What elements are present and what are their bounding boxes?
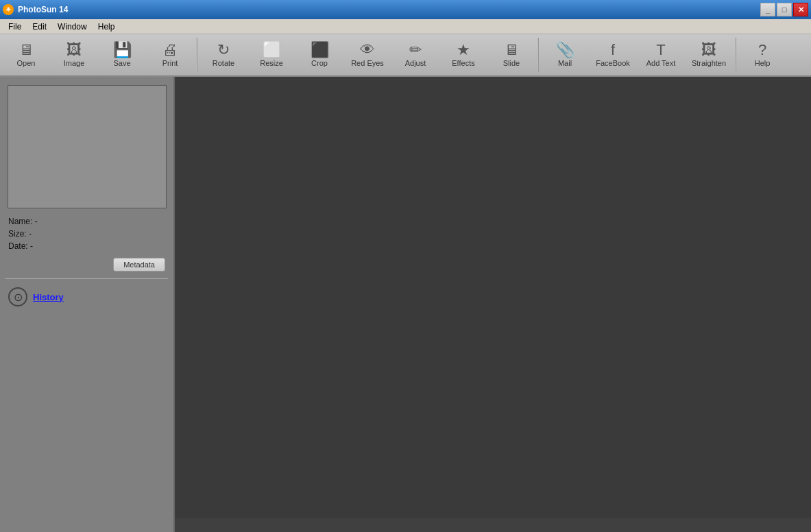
toolbar-straighten-label: Straighten	[692, 59, 726, 67]
toolbar-facebook-label: FaceBook	[596, 59, 630, 67]
toolbar-red-eyes-button[interactable]: 👁Red Eyes	[344, 36, 391, 74]
toolbar-rotate-button[interactable]: ↻Rotate	[200, 36, 247, 74]
name-row: Name: -	[8, 217, 165, 226]
toolbar-image-label: Image	[64, 59, 85, 67]
toolbar-effects-button[interactable]: ★Effects	[440, 36, 487, 74]
toolbar-help-label: Help	[755, 59, 771, 67]
toolbar: 🖥Open🖼Image💾Save🖨Print↻Rotate⬜Resize⬛Cro…	[0, 34, 811, 77]
metadata-button[interactable]: Metadata	[113, 258, 165, 271]
toolbar-rotate-label: Rotate	[213, 59, 234, 67]
title-bar: ☀ PhotoSun 14 _ □ ✕	[0, 0, 811, 19]
mail-icon: 📎	[556, 43, 574, 58]
add-text-icon: T	[656, 43, 665, 58]
menu-bar: FileEditWindowHelp	[0, 19, 811, 34]
straighten-icon: 🖼	[701, 43, 716, 58]
sidebar-divider	[5, 278, 168, 279]
sidebar: Name: - Size: - Date: - Metadata ⊙ Histo…	[0, 77, 175, 532]
menu-help[interactable]: Help	[93, 21, 121, 33]
toolbar-separator	[196, 38, 197, 72]
image-icon: 🖼	[66, 43, 82, 58]
toolbar-help-button[interactable]: ?Help	[739, 36, 786, 74]
size-value: -	[29, 229, 32, 239]
toolbar-add-text-button[interactable]: TAdd Text	[638, 36, 684, 74]
print-icon: 🖨	[162, 43, 178, 58]
toolbar-slide-button[interactable]: 🖥Slide	[488, 36, 535, 74]
canvas-area	[175, 77, 811, 532]
toolbar-mail-label: Mail	[558, 59, 572, 67]
facebook-icon: f	[611, 43, 615, 58]
toolbar-save-label: Save	[113, 59, 130, 67]
toolbar-print-button[interactable]: 🖨Print	[147, 36, 193, 74]
toolbar-add-text-label: Add Text	[646, 59, 676, 67]
toolbar-separator	[735, 38, 736, 72]
red-eyes-icon: 👁	[360, 43, 375, 58]
app-title: PhotoSun 14	[18, 5, 68, 14]
main-content: Name: - Size: - Date: - Metadata ⊙ Histo…	[0, 77, 811, 532]
toolbar-crop-button[interactable]: ⬛Crop	[296, 36, 343, 74]
size-label: Size:	[8, 229, 27, 239]
date-row: Date: -	[8, 241, 165, 251]
app-icon: ☀	[3, 4, 14, 15]
menu-window[interactable]: Window	[52, 21, 93, 33]
toolbar-slide-label: Slide	[503, 59, 520, 67]
slide-icon: 🖥	[504, 43, 519, 58]
rotate-icon: ↻	[217, 43, 230, 58]
adjust-icon: ✏	[409, 43, 422, 58]
preview-area	[8, 85, 167, 208]
toolbar-resize-label: Resize	[260, 59, 283, 67]
name-value: -	[35, 217, 38, 226]
effects-icon: ★	[457, 43, 470, 58]
toolbar-red-eyes-label: Red Eyes	[351, 59, 384, 67]
menu-edit[interactable]: Edit	[27, 21, 52, 33]
toolbar-save-button[interactable]: 💾Save	[99, 36, 145, 74]
menu-file[interactable]: File	[3, 21, 27, 33]
toolbar-adjust-button[interactable]: ✏Adjust	[392, 36, 439, 74]
toolbar-separator	[537, 38, 539, 72]
maximize-button[interactable]: □	[777, 3, 792, 16]
toolbar-mail-button[interactable]: 📎Mail	[542, 36, 588, 74]
name-label: Name:	[8, 217, 32, 226]
date-value: -	[30, 241, 33, 251]
toolbar-print-label: Print	[162, 59, 178, 67]
help-icon: ?	[758, 43, 766, 58]
toolbar-facebook-button[interactable]: fFaceBook	[590, 36, 636, 74]
save-icon: 💾	[113, 43, 132, 58]
toolbar-straighten-button[interactable]: 🖼Straighten	[686, 36, 732, 74]
close-button[interactable]: ✕	[793, 3, 808, 16]
history-label[interactable]: History	[33, 292, 64, 302]
toolbar-open-label: Open	[17, 59, 36, 67]
toolbar-image-button[interactable]: 🖼Image	[51, 36, 97, 74]
date-label: Date:	[8, 241, 28, 251]
metadata-button-wrapper: Metadata	[0, 254, 173, 276]
size-row: Size: -	[8, 229, 165, 239]
file-info: Name: - Size: - Date: -	[0, 214, 173, 254]
title-controls: _ □ ✕	[760, 3, 808, 16]
minimize-button[interactable]: _	[760, 3, 775, 16]
toolbar-open-button[interactable]: 🖥Open	[3, 36, 49, 74]
title-left: ☀ PhotoSun 14	[3, 4, 68, 15]
history-section: ⊙ History	[0, 282, 173, 312]
toolbar-effects-label: Effects	[452, 59, 474, 67]
toolbar-crop-label: Crop	[311, 59, 328, 67]
toolbar-resize-button[interactable]: ⬜Resize	[248, 36, 295, 74]
canvas-inner	[175, 77, 811, 518]
open-icon: 🖥	[19, 43, 34, 58]
resize-icon: ⬜	[263, 43, 281, 58]
crop-icon: ⬛	[311, 43, 329, 58]
toolbar-adjust-label: Adjust	[405, 59, 426, 67]
history-icon: ⊙	[8, 287, 27, 306]
